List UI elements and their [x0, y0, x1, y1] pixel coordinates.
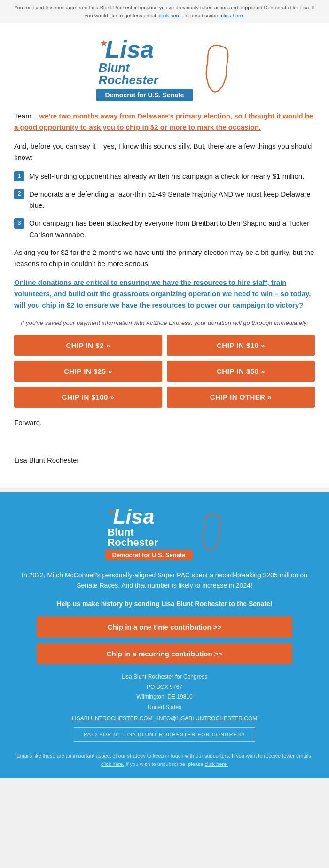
paid-by-container: PAID FOR BY LISA BLUNT ROCHESTER FOR CON… — [14, 722, 315, 747]
footer-fine-print: Emails like these are an important aspec… — [14, 752, 315, 768]
email-link[interactable]: INFO@LISABLUNTROCHESTER.COM — [157, 715, 257, 722]
footer-logo-star: ★ — [108, 507, 115, 516]
unsubscribe-text: To unsubscribe, — [183, 13, 219, 18]
one-time-contribution-button[interactable]: Chip in a one time contribution >> — [37, 616, 292, 638]
website-link[interactable]: LISABLUNTROCHESTER.COM — [72, 715, 153, 722]
item-text-2: Democrats are defending a razor-thin 51-… — [29, 189, 315, 211]
logo-left: ★ Lisa BluntRochester Democrat for U.S. … — [96, 37, 192, 101]
fine-print-click2[interactable]: click here. — [205, 761, 228, 767]
footer-logo-blunt-rochester: BluntRochester — [105, 527, 192, 548]
footer-logo-row: ★ Lisa BluntRochester Democrat for U.S. … — [14, 506, 315, 560]
item-text-3: Our campaign has been attacked by everyo… — [29, 218, 315, 240]
address-line1: Lisa Blunt Rochester for Congress — [14, 672, 315, 682]
fine-print-unsub: If you wish to unsubscribe, please — [125, 761, 203, 767]
footer-logo-badge: Democrat for U.S. Senate — [105, 550, 192, 560]
body-para1: And, before you can say it – yes, I know… — [14, 141, 315, 163]
address-line2: PO BOX 9767 — [14, 682, 315, 693]
body-para2: Asking you for $2 for the 2 months we ha… — [14, 247, 315, 269]
recurring-contribution-button[interactable]: Chip in a recurring contribution >> — [37, 643, 292, 664]
footer-links: LISABLUNTROCHESTER.COM | INFO@LISABLUNTR… — [14, 715, 315, 722]
chip-in-25-button[interactable]: CHIP IN $25 » — [14, 361, 162, 382]
num-badge-2: 2 — [14, 189, 24, 199]
email-header-bar: You received this message from Lisa Blun… — [0, 0, 329, 23]
footer-section: ★ Lisa BluntRochester Democrat for U.S. … — [0, 492, 329, 778]
logo-star: ★ — [100, 38, 108, 48]
item-text-1: My self-funding opponent has already wri… — [29, 171, 304, 182]
footer-para2-strong: Help us make history by sending Lisa Blu… — [57, 600, 273, 608]
logo-section: ★ Lisa BluntRochester Democrat for U.S. … — [14, 23, 315, 110]
numbered-item-1: 1 My self-funding opponent has already w… — [14, 171, 315, 182]
fine-print-text: Emails like these are an important aspec… — [16, 753, 313, 758]
paid-by-box: PAID FOR BY LISA BLUNT ROCHESTER FOR CON… — [74, 727, 255, 742]
address-line3: Wilmington, DE 19810 — [14, 692, 315, 702]
signature-line1: Forward, — [14, 417, 315, 428]
address-line4: United States — [14, 702, 315, 713]
footer-para2: Help us make history by sending Lisa Blu… — [14, 599, 315, 609]
numbered-item-2: 2 Democrats are defending a razor-thin 5… — [14, 189, 315, 211]
num-badge-1: 1 — [14, 171, 24, 181]
chip-in-other-button[interactable]: CHIP IN OTHER » — [167, 387, 315, 408]
footer-address: Lisa Blunt Rochester for Congress PO BOX… — [14, 672, 315, 712]
signature-line3: Lisa Blunt Rochester — [14, 455, 315, 466]
delaware-outline — [200, 43, 233, 96]
footer-logo-left: ★ Lisa BluntRochester Democrat for U.S. … — [105, 506, 192, 560]
logo-badge: Democrat for U.S. Senate — [96, 89, 192, 101]
numbered-item-3: 3 Our campaign has been attacked by ever… — [14, 218, 315, 240]
fine-print-click1[interactable]: click here. — [101, 761, 125, 767]
chip-in-50-button[interactable]: CHIP IN $50 » — [167, 361, 315, 382]
signature-line2 — [14, 436, 315, 447]
intro-team: Team – — [14, 112, 37, 120]
chip-in-2-button[interactable]: CHIP IN $2 » — [14, 335, 162, 356]
cta-link[interactable]: Online donations are critical to ensurin… — [14, 277, 315, 311]
footer-delaware-outline — [198, 512, 224, 555]
unsubscribe-link[interactable]: click here. — [221, 13, 244, 18]
logo-row: ★ Lisa BluntRochester Democrat for U.S. … — [14, 37, 315, 101]
intro-link[interactable]: we're two months away from Delaware's pr… — [14, 112, 313, 131]
intro-para: Team – we're two months away from Delawa… — [14, 110, 315, 133]
actblue-note: If you've saved your payment information… — [14, 318, 315, 328]
signature: Forward, Lisa Blunt Rochester — [14, 417, 315, 466]
donation-button-grid: CHIP IN $2 » CHIP IN $10 » CHIP IN $25 »… — [14, 335, 315, 408]
less-email-link[interactable]: click here. — [159, 13, 182, 18]
chip-in-100-button[interactable]: CHIP IN $100 » — [14, 387, 162, 408]
chip-in-10-button[interactable]: CHIP IN $10 » — [167, 335, 315, 356]
footer-para1: In 2022, Mitch McConnell's personally-al… — [14, 570, 315, 591]
num-badge-3: 3 — [14, 218, 24, 229]
main-content: ★ Lisa BluntRochester Democrat for U.S. … — [0, 23, 329, 488]
logo-blunt-rochester: BluntRochester — [96, 62, 192, 86]
